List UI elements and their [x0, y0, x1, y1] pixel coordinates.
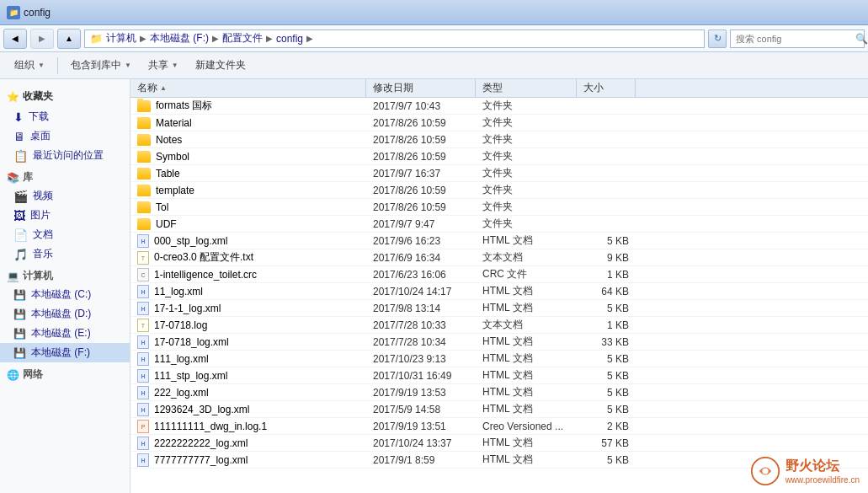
- file-date-cell: 2017/8/26 10:59: [366, 185, 476, 196]
- file-row[interactable]: H 17-1-1_log.xml 2017/9/8 13:14 HTML 文档 …: [130, 300, 868, 317]
- back-button[interactable]: ◀: [3, 29, 27, 49]
- library-label: 库: [23, 170, 33, 185]
- file-date-cell: 2017/7/28 10:34: [366, 336, 476, 348]
- file-row[interactable]: C 1-intelligence_toilet.crc 2017/6/23 16…: [130, 266, 868, 283]
- html-icon: H: [137, 369, 149, 383]
- computer-icon: 💻: [7, 271, 19, 282]
- file-type-cell: 文件夹: [476, 183, 577, 197]
- sidebar-item-drive-d[interactable]: 💾 本地磁盘 (D:): [0, 304, 130, 324]
- col-header-date[interactable]: 修改日期: [366, 79, 476, 97]
- file-row[interactable]: UDF 2017/9/7 9:47 文件夹: [130, 216, 868, 233]
- sidebar-item-desktop[interactable]: 🖥 桌面: [0, 126, 130, 146]
- file-name: 17-0718.log: [154, 319, 207, 331]
- recent-label: 最近访问的位置: [33, 148, 104, 163]
- file-date-cell: 2017/10/24 13:37: [366, 437, 476, 449]
- up-button[interactable]: ▲: [57, 29, 81, 49]
- file-row[interactable]: Symbol 2017/8/26 10:59 文件夹: [130, 148, 868, 165]
- col-header-size[interactable]: 大小: [577, 79, 636, 97]
- file-row[interactable]: H 222_log.xml 2017/9/19 13:53 HTML 文档 5 …: [130, 384, 868, 401]
- file-name: 111111111_dwg_in.log.1: [154, 421, 267, 432]
- file-row[interactable]: H 111_log.xml 2017/10/23 9:13 HTML 文档 5 …: [130, 351, 868, 367]
- file-name-cell: H 1293624_3D_log.xml: [130, 403, 366, 416]
- col-header-name[interactable]: 名称 ▲: [130, 79, 366, 97]
- file-row[interactable]: T 0-creo3.0 配置文件.txt 2017/6/9 16:34 文本文档…: [130, 249, 868, 266]
- computer-section: 💻 计算机: [0, 264, 130, 285]
- include-label: 包含到库中: [71, 58, 121, 72]
- video-icon: 🎬: [13, 190, 28, 203]
- sidebar-item-drive-e[interactable]: 💾 本地磁盘 (E:): [0, 324, 130, 343]
- path-config[interactable]: config: [276, 33, 303, 45]
- title-text: config: [24, 7, 861, 19]
- sort-arrow: ▲: [160, 84, 167, 92]
- new-folder-label: 新建文件夹: [195, 58, 246, 72]
- file-name-cell: Notes: [130, 134, 366, 146]
- file-list-header: 名称 ▲ 修改日期 类型 大小: [130, 79, 868, 98]
- file-size-cell: 57 KB: [577, 437, 636, 449]
- file-row[interactable]: H 11_log.xml 2017/10/24 14:17 HTML 文档 64…: [130, 283, 868, 300]
- star-icon: ⭐: [7, 91, 19, 103]
- file-name-cell: H 17-0718_log.xml: [130, 335, 366, 349]
- file-row[interactable]: H 1293624_3D_log.xml 2017/5/9 14:58 HTML…: [130, 401, 868, 418]
- share-button[interactable]: 共享 ▼: [141, 56, 186, 76]
- sidebar-item-download[interactable]: ⬇ 下载: [0, 107, 130, 126]
- html-icon: H: [137, 302, 149, 315]
- search-box[interactable]: 🔍: [730, 29, 865, 48]
- file-row[interactable]: P 111111111_dwg_in.log.1 2017/9/19 13:51…: [130, 418, 868, 435]
- sidebar-item-drive-f[interactable]: 💾 本地磁盘 (F:): [0, 343, 130, 362]
- path-drive-f[interactable]: 本地磁盘 (F:): [150, 31, 209, 46]
- file-date-cell: 2017/5/9 14:58: [366, 404, 476, 415]
- file-type-cell: HTML 文档: [476, 284, 577, 298]
- sidebar-item-video[interactable]: 🎬 视频: [0, 186, 130, 206]
- html-icon: H: [137, 437, 149, 450]
- file-row[interactable]: T 17-0718.log 2017/7/28 10:33 文本文档 1 KB: [130, 317, 868, 334]
- file-type-cell: HTML 文档: [476, 301, 577, 315]
- organize-button[interactable]: 组织 ▼: [7, 56, 52, 76]
- network-label: 网络: [23, 367, 43, 382]
- recent-icon: 📋: [13, 149, 28, 163]
- picture-icon: 🖼: [13, 209, 25, 222]
- file-name: template: [156, 185, 194, 196]
- new-folder-button[interactable]: 新建文件夹: [188, 56, 253, 76]
- video-label: 视频: [33, 189, 53, 203]
- refresh-button[interactable]: ↻: [708, 29, 727, 48]
- drive-d-label: 本地磁盘 (D:): [31, 307, 91, 321]
- file-row[interactable]: Table 2017/9/7 16:37 文件夹: [130, 165, 868, 182]
- path-config-folder[interactable]: 配置文件: [222, 31, 263, 46]
- file-row[interactable]: template 2017/8/26 10:59 文件夹: [130, 182, 868, 199]
- sidebar-item-document[interactable]: 📄 文档: [0, 225, 130, 244]
- file-type-cell: 文件夹: [476, 166, 577, 180]
- sidebar: ⭐ 收藏夹 ⬇ 下载 🖥 桌面 📋 最近访问的位置 📚 库 🎬 视频 🖼 图片: [0, 79, 130, 493]
- path-computer[interactable]: 计算机: [106, 31, 136, 46]
- address-path[interactable]: 📁 计算机 ▶ 本地磁盘 (F:) ▶ 配置文件 ▶ config ▶: [84, 29, 705, 48]
- html-icon: H: [137, 352, 149, 366]
- file-name-cell: T 17-0718.log: [130, 319, 366, 332]
- include-button[interactable]: 包含到库中 ▼: [63, 56, 139, 76]
- file-name-cell: C 1-intelligence_toilet.crc: [130, 268, 366, 281]
- search-input[interactable]: [736, 34, 852, 44]
- col-header-type[interactable]: 类型: [476, 79, 577, 97]
- sidebar-item-music[interactable]: 🎵 音乐: [0, 244, 130, 264]
- sidebar-item-recent[interactable]: 📋 最近访问的位置: [0, 146, 130, 165]
- watermark: 野火论坛 www.proewildfire.cn: [750, 456, 860, 486]
- file-row[interactable]: Tol 2017/8/26 10:59 文件夹: [130, 199, 868, 216]
- sidebar-item-picture[interactable]: 🖼 图片: [0, 206, 130, 225]
- file-row[interactable]: Material 2017/8/26 10:59 文件夹: [130, 115, 868, 131]
- drive-c-label: 本地磁盘 (C:): [31, 287, 91, 302]
- include-dropdown-arrow: ▼: [125, 62, 131, 69]
- file-row[interactable]: H 17-0718_log.xml 2017/7/28 10:34 HTML 文…: [130, 334, 868, 351]
- file-row[interactable]: H 111_stp_log.xml 2017/10/31 16:49 HTML …: [130, 367, 868, 384]
- file-row[interactable]: formats 国标 2017/9/7 10:43 文件夹: [130, 98, 868, 115]
- file-name: Symbol: [156, 151, 189, 163]
- file-row[interactable]: H 2222222222_log.xml 2017/10/24 13:37 HT…: [130, 435, 868, 452]
- sidebar-item-drive-c[interactable]: 💾 本地磁盘 (C:): [0, 285, 130, 304]
- file-row[interactable]: Notes 2017/8/26 10:59 文件夹: [130, 131, 868, 148]
- forward-button[interactable]: ▶: [30, 29, 54, 49]
- file-row[interactable]: H 000_stp_log.xml 2017/9/6 16:23 HTML 文档…: [130, 233, 868, 249]
- file-name: 17-0718_log.xml: [154, 336, 229, 348]
- folder-icon: [137, 218, 151, 230]
- favorites-section: ⭐ 收藏夹: [0, 86, 130, 107]
- file-type-cell: 文件夹: [476, 99, 577, 113]
- file-name-cell: Symbol: [130, 151, 366, 163]
- file-name-cell: template: [130, 185, 366, 196]
- html-icon: H: [137, 453, 149, 467]
